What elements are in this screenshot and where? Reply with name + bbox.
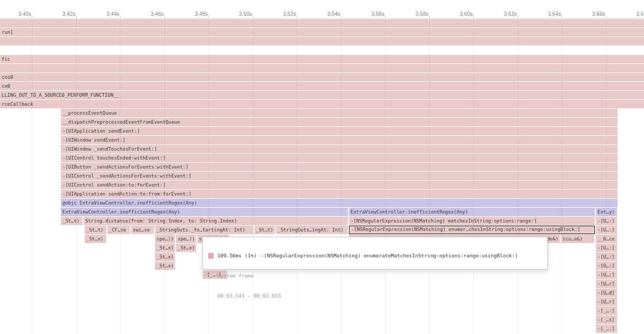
ruler-tick-mark bbox=[429, 15, 430, 18]
tooltip-duration: 109.56ms (1%) bbox=[217, 253, 256, 258]
ruler-tick-mark bbox=[297, 15, 297, 18]
flame-graph-canvas[interactable]: 3.40s3.42s3.44s3.46s3.48s3.50s3.52s3.54s… bbox=[0, 0, 644, 334]
tooltip-symbol: -[NSRegularExpression(NSMatching) enumer… bbox=[261, 253, 518, 258]
ruler-tick-label: 3.42s bbox=[45, 11, 76, 17]
flame-bar[interactable]: -[UIApplication sendAction:to:from:forEv… bbox=[61, 190, 618, 198]
flame-bar[interactable]: -[U…:] bbox=[596, 244, 617, 252]
ruler-tick-label: 3.44s bbox=[89, 11, 119, 17]
ruler-tick-label: 3.50s bbox=[222, 11, 252, 17]
flame-bar[interactable]: String.distance(from: String.Index, to: … bbox=[84, 217, 348, 225]
flame-bar[interactable]: spe…)) bbox=[176, 235, 196, 243]
flame-bar[interactable]: _St…x) bbox=[176, 244, 196, 252]
flame-bar[interactable]: __processEventQueue bbox=[61, 109, 618, 117]
ruler-tick-mark bbox=[341, 15, 342, 18]
flame-bar[interactable]: _StringGuts…ingAt: Int) bbox=[276, 226, 348, 234]
flame-bar[interactable]: swi…se bbox=[131, 226, 154, 234]
ruler-tick-label: 3.46s bbox=[134, 11, 164, 17]
flame-bar[interactable]: -[UIButton _sendActionsForEvents:withEve… bbox=[61, 163, 618, 171]
ruler-tick-label: 3.60s bbox=[443, 11, 473, 17]
flame-bar[interactable]: spe…)) bbox=[155, 235, 175, 243]
flame-bar[interactable]: -[U…:] bbox=[596, 262, 617, 270]
flame-bar[interactable]: _St…t) bbox=[254, 226, 275, 234]
ruler-tick-mark bbox=[606, 15, 606, 18]
ruler-tick-label: 3.40s bbox=[1, 11, 31, 17]
flame-bar[interactable]: -[UIWindow _sendTouchesForEvent:] bbox=[61, 145, 618, 153]
flame-bar[interactable]: _St…t) bbox=[61, 217, 82, 225]
flame-bar[interactable]: _St…x) bbox=[155, 244, 175, 252]
flame-bar[interactable]: -[U…d] bbox=[596, 289, 617, 297]
ruler-tick-mark bbox=[385, 15, 385, 18]
flame-bar[interactable]: -[U…r] bbox=[596, 298, 617, 306]
ruler-tick-mark bbox=[164, 15, 165, 18]
flame-bar[interactable]: fic bbox=[0, 55, 644, 63]
ruler-tick-label: 3.58s bbox=[399, 11, 429, 17]
ruler-tick-label: 3.64s bbox=[531, 11, 561, 17]
flame-bar[interactable]: -[NSRegularExpression(NSMatching) matche… bbox=[349, 217, 595, 225]
flame-bar[interactable]: -[_…s] bbox=[596, 316, 617, 324]
selected-flame-bar[interactable]: -[NSRegularExpression(NSMatching) enumer… bbox=[349, 226, 595, 234]
flame-bar[interactable]: ces0 bbox=[0, 73, 644, 81]
flame-bar[interactable]: _StringGuts._fo…tartingAt: Int) bbox=[155, 226, 253, 234]
flame-bar[interactable]: _St…x) bbox=[85, 235, 106, 243]
flame-bar[interactable]: -[_…:] bbox=[596, 324, 617, 333]
ruler-tick-label: 3.52s bbox=[266, 11, 296, 17]
flame-bar[interactable]: _CF…se bbox=[107, 226, 130, 234]
ruler-tick-mark bbox=[518, 15, 518, 18]
flame-bar[interactable]: Ext…y) bbox=[596, 208, 617, 216]
ruler-tick-mark bbox=[208, 15, 209, 18]
ruler-tick-label: 3.66s bbox=[575, 11, 605, 17]
timeline-ruler[interactable]: 3.40s3.42s3.44s3.46s3.48s3.50s3.52s3.54s… bbox=[0, 0, 644, 18]
flame-bar[interactable]: -[U…:] bbox=[596, 217, 617, 225]
ruler-tick-mark bbox=[32, 15, 32, 18]
flame-bar[interactable]: -[U…:] bbox=[596, 253, 617, 261]
ruler-tick-mark bbox=[253, 15, 253, 18]
flame-bar[interactable]: ExtraViewController.inefficientRegex(Any… bbox=[61, 208, 348, 216]
flame-bar[interactable]: -[U…:] bbox=[596, 271, 617, 279]
flame-bar[interactable]: _St…x) bbox=[155, 253, 175, 261]
flame-bar[interactable]: _St…x) bbox=[155, 262, 175, 270]
flame-bar[interactable]: run] bbox=[0, 28, 644, 36]
flame-bar[interactable]: -[UIWindow sendEvent:] bbox=[61, 136, 618, 144]
flame-bar[interactable]: @objc ExtraViewController.inefficientReg… bbox=[61, 199, 618, 207]
flame-bar[interactable] bbox=[0, 37, 644, 45]
flame-bar[interactable]: __dispatchPreprocessedEventFromEventQueu… bbox=[61, 118, 618, 126]
tooltip-title-row: 109.56ms (1%) -[NSRegularExpression(NSMa… bbox=[208, 253, 542, 258]
flame-bar[interactable]: -[U…:] bbox=[596, 226, 617, 234]
ruler-tick-mark bbox=[562, 15, 562, 18]
ruler-tick-mark bbox=[473, 15, 474, 18]
flame-bar[interactable]: icu…e&) bbox=[561, 235, 594, 243]
frame-tooltip: 109.56ms (1%) -[NSRegularExpression(NSMa… bbox=[203, 237, 548, 270]
tooltip-frame-kind: system frame bbox=[208, 273, 542, 279]
flame-bar[interactable]: -[_…:] bbox=[596, 307, 617, 315]
flame-bar[interactable]: -[U…r] bbox=[596, 280, 617, 288]
flame-bar[interactable]: LLING_OUT_TO_A_SOURCE0_PERFORM_FUNCTION_… bbox=[0, 91, 644, 99]
flame-bar[interactable] bbox=[0, 19, 644, 27]
flame-bar[interactable]: __6…ce bbox=[596, 235, 617, 243]
flame-bar[interactable]: -[UIControl _sendActionsForEvents:withEv… bbox=[61, 172, 618, 180]
flame-bar[interactable]: -[UIControl touchesEnded:withEvent:] bbox=[61, 154, 618, 162]
flame-bar[interactable] bbox=[0, 64, 644, 72]
flame-bar[interactable]: -[UIControl sendAction:to:forEvent:] bbox=[61, 181, 618, 189]
flame-bar[interactable]: -[UIApplication sendEvent:] bbox=[61, 127, 618, 135]
flame-bar[interactable]: ce0 bbox=[0, 82, 644, 90]
ruler-tick-mark bbox=[76, 15, 77, 18]
ruler-tick-label: 3.62s bbox=[487, 11, 517, 17]
tooltip-time-range: 00:03.543 — 00:03.653 bbox=[208, 293, 542, 299]
ruler-tick-label: 3.54s bbox=[310, 11, 341, 17]
ruler-tick-label: 3.68s bbox=[619, 11, 644, 17]
frame-color-swatch-icon bbox=[208, 253, 214, 258]
ruler-tick-mark bbox=[120, 15, 121, 18]
ruler-tick-label: 3.48s bbox=[178, 11, 208, 17]
flame-bar[interactable]: ExtraViewController.inefficientRegex(Any… bbox=[349, 208, 595, 216]
flame-bar[interactable]: _St…t) bbox=[85, 226, 106, 234]
ruler-tick-label: 3.56s bbox=[354, 11, 384, 17]
flame-bar[interactable]: rceCallback bbox=[0, 100, 644, 108]
